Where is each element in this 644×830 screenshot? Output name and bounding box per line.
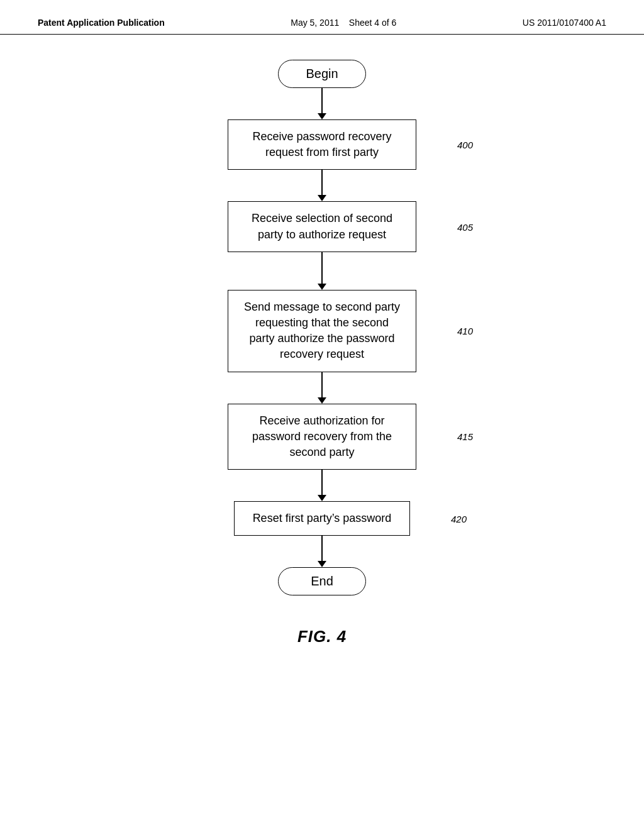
- step-405-box: Receive selection of second party to aut…: [228, 201, 416, 252]
- arrow-line-1: [321, 88, 323, 113]
- step-420-wrapper: Reset first party’s password 420: [234, 501, 410, 536]
- arrow-head-5: [318, 495, 326, 501]
- page-header: Patent Application Publication May 5, 20…: [0, 0, 644, 35]
- end-node: End: [278, 567, 366, 595]
- step-405-label: 405: [457, 221, 473, 232]
- step-410-wrapper: Send message to second party requesting …: [228, 290, 416, 372]
- arrow-line-6: [321, 536, 323, 561]
- arrow-6: [318, 536, 326, 567]
- arrow-3: [318, 252, 326, 290]
- arrow-head-4: [318, 397, 326, 404]
- step-420-label: 420: [451, 513, 467, 524]
- step-420-container: Reset first party’s password 420: [234, 501, 410, 536]
- begin-node: Begin: [278, 60, 366, 88]
- flowchart-diagram: Begin Receive password recovery request …: [0, 35, 644, 646]
- arrow-2: [318, 170, 326, 201]
- step-420-box: Reset first party’s password: [234, 501, 410, 536]
- arrow-line-3: [321, 252, 323, 284]
- header-left: Patent Application Publication: [38, 18, 165, 28]
- arrow-head-6: [318, 561, 326, 567]
- arrow-4: [318, 372, 326, 404]
- step-400-container: Receive password recovery request from f…: [228, 119, 416, 170]
- step-415-wrapper: Receive authorization for password recov…: [228, 404, 416, 470]
- begin-box: Begin: [278, 60, 366, 88]
- step-400-wrapper: Receive password recovery request from f…: [228, 119, 416, 170]
- arrow-head-2: [318, 195, 326, 201]
- step-400-box: Receive password recovery request from f…: [228, 119, 416, 170]
- figure-caption: FIG. 4: [297, 627, 347, 646]
- arrow-line-5: [321, 470, 323, 495]
- header-date: May 5, 2011 Sheet 4 of 6: [291, 18, 396, 28]
- step-410-container: Send message to second party requesting …: [228, 290, 416, 372]
- step-405-wrapper: Receive selection of second party to aut…: [228, 201, 416, 252]
- header-right: US 2011/0107400 A1: [523, 18, 606, 28]
- arrow-line-4: [321, 372, 323, 397]
- arrow-head-1: [318, 113, 326, 119]
- arrow-line-2: [321, 170, 323, 195]
- step-415-container: Receive authorization for password recov…: [228, 404, 416, 470]
- step-415-label: 415: [457, 431, 473, 442]
- step-405-container: Receive selection of second party to aut…: [228, 201, 416, 252]
- arrow-head-3: [318, 284, 326, 290]
- step-400-label: 400: [457, 140, 473, 150]
- arrow-1: [318, 88, 326, 119]
- page: Patent Application Publication May 5, 20…: [0, 0, 644, 830]
- step-410-label: 410: [457, 326, 473, 336]
- end-box: End: [278, 567, 366, 595]
- step-410-box: Send message to second party requesting …: [228, 290, 416, 372]
- arrow-5: [318, 470, 326, 501]
- step-415-box: Receive authorization for password recov…: [228, 404, 416, 470]
